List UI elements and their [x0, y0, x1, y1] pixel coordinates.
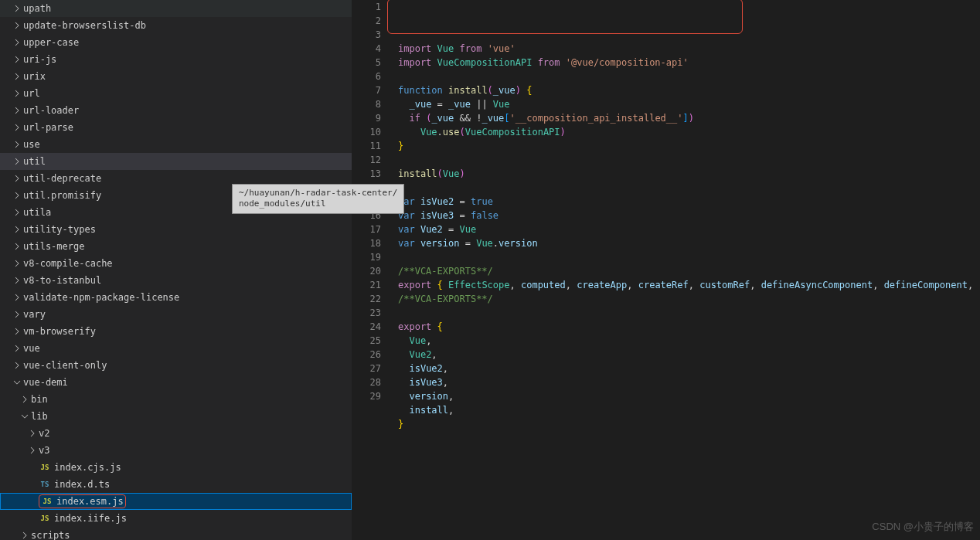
code-line[interactable]: Vue,	[398, 334, 980, 348]
code-line[interactable]: var version = Vue.version	[398, 236, 980, 250]
chevron-right-icon	[11, 53, 23, 66]
code-line[interactable]	[398, 250, 980, 264]
folder-lib[interactable]: lib	[0, 408, 352, 425]
code-line[interactable]: /**VCA-EXPORTS**/	[398, 264, 980, 278]
code-line[interactable]: import Vue from 'vue'	[398, 42, 980, 56]
folder-urix[interactable]: urix	[0, 68, 352, 85]
item-label: urix	[23, 71, 46, 82]
item-label: lib	[31, 411, 48, 422]
file-index-cjs-js[interactable]: JSindex.cjs.js	[0, 459, 352, 476]
item-label: utils-merge	[23, 241, 84, 252]
folder-v2[interactable]: v2	[0, 425, 352, 442]
folder-utility-types[interactable]: utility-types	[0, 221, 352, 238]
code-line[interactable]: if (_vue && !_vue['__composition_api_ins…	[398, 111, 980, 125]
folder-url[interactable]: url	[0, 85, 352, 102]
line-number: 28	[352, 375, 381, 389]
item-label: index.d.ts	[54, 479, 110, 490]
chevron-right-icon	[11, 19, 23, 32]
item-label: vue	[23, 343, 40, 354]
code-line[interactable]: install,	[398, 403, 980, 417]
code-line[interactable]: function install(_vue) {	[398, 83, 980, 97]
folder-utils-merge[interactable]: utils-merge	[0, 238, 352, 255]
js-file-icon: JS	[41, 495, 53, 508]
code-line[interactable]: Vue.use(VueCompositionAPI)	[398, 125, 980, 139]
line-number: 19	[352, 250, 381, 264]
folder-url-loader[interactable]: url-loader	[0, 102, 352, 119]
file-index-esm-js[interactable]: JSindex.esm.js	[0, 493, 352, 510]
path-tooltip: ~/huayunan/h-radar-task-center/ node_mod…	[232, 184, 404, 214]
folder-v8-compile-cache[interactable]: v8-compile-cache	[0, 255, 352, 272]
code-line[interactable]: _vue = _vue || Vue	[398, 97, 980, 111]
code-line[interactable]: var isVue2 = true	[398, 195, 980, 209]
item-label: utila	[23, 207, 51, 218]
folder-vue-client-only[interactable]: vue-client-only	[0, 357, 352, 374]
line-number: 2	[352, 14, 381, 28]
code-line[interactable]: var Vue2 = Vue	[398, 222, 980, 236]
line-number: 3	[352, 28, 381, 42]
file-index-iife-js[interactable]: JSindex.iife.js	[0, 510, 352, 527]
js-file-icon: JS	[39, 461, 51, 474]
line-number: 17	[352, 222, 381, 236]
item-label: update-browserslist-db	[23, 20, 146, 31]
folder-bin[interactable]: bin	[0, 391, 352, 408]
code-line[interactable]: }	[398, 139, 980, 153]
folder-util[interactable]: util	[0, 153, 352, 170]
highlight-annotation	[387, 0, 743, 34]
folder-vary[interactable]: vary	[0, 306, 352, 323]
folder-update-browserslist-db[interactable]: update-browserslist-db	[0, 17, 352, 34]
folder-validate-npm-package-license[interactable]: validate-npm-package-license	[0, 289, 352, 306]
code-line[interactable]: version,	[398, 389, 980, 403]
code-content[interactable]: import Vue from 'vue'import VueCompositi…	[390, 0, 980, 540]
item-label: v2	[39, 428, 49, 439]
folder-upath[interactable]: upath	[0, 0, 352, 17]
line-number: 1	[352, 0, 381, 14]
code-line[interactable]	[398, 431, 980, 445]
line-number: 18	[352, 236, 381, 250]
folder-v8-to-istanbul[interactable]: v8-to-istanbul	[0, 272, 352, 289]
folder-use[interactable]: use	[0, 136, 352, 153]
chevron-right-icon	[11, 138, 23, 151]
folder-url-parse[interactable]: url-parse	[0, 119, 352, 136]
line-number: 4	[352, 42, 381, 56]
chevron-right-icon	[11, 359, 23, 372]
code-line[interactable]: isVue2,	[398, 362, 980, 375]
item-label: util-deprecate	[23, 173, 101, 184]
line-number: 25	[352, 334, 381, 348]
code-line[interactable]	[398, 70, 980, 83]
folder-vm-browserify[interactable]: vm-browserify	[0, 323, 352, 340]
code-line[interactable]: install(Vue)	[398, 167, 980, 181]
line-number: 26	[352, 348, 381, 362]
code-line[interactable]: Vue2,	[398, 348, 980, 362]
file-index-d-ts[interactable]: TSindex.d.ts	[0, 476, 352, 493]
item-label: index.cjs.js	[54, 462, 121, 473]
chevron-down-icon	[11, 376, 23, 389]
folder-vue[interactable]: vue	[0, 340, 352, 357]
chevron-right-icon	[11, 70, 23, 83]
chevron-right-icon	[11, 104, 23, 117]
code-line[interactable]: export { EffectScope, computed, createAp…	[398, 278, 980, 292]
code-line[interactable]: var isVue3 = false	[398, 209, 980, 222]
code-line[interactable]	[398, 181, 980, 195]
code-line[interactable]: import VueCompositionAPI from '@vue/comp…	[398, 56, 980, 70]
folder-upper-case[interactable]: upper-case	[0, 34, 352, 51]
item-label: util.promisify	[23, 190, 101, 201]
item-label: v8-compile-cache	[23, 258, 113, 269]
folder-v3[interactable]: v3	[0, 442, 352, 459]
file-explorer-sidebar[interactable]: upathupdate-browserslist-dbupper-caseuri…	[0, 0, 352, 540]
code-line[interactable]	[398, 306, 980, 320]
code-line[interactable]	[398, 153, 980, 167]
chevron-right-icon	[11, 325, 23, 338]
item-label: url-parse	[23, 122, 73, 133]
folder-uri-js[interactable]: uri-js	[0, 51, 352, 68]
folder-scripts[interactable]: scripts	[0, 527, 352, 540]
code-line[interactable]: isVue3,	[398, 375, 980, 389]
code-editor[interactable]: 1234567891011121314151617181920212223242…	[352, 0, 980, 540]
item-label: index.iife.js	[54, 513, 127, 524]
code-line[interactable]: /**VCA-EXPORTS**/	[398, 292, 980, 306]
folder-vue-demi[interactable]: vue-demi	[0, 374, 352, 391]
line-number: 6	[352, 70, 381, 83]
js-file-icon: JS	[39, 512, 51, 525]
item-label: upath	[23, 3, 51, 14]
code-line[interactable]: }	[398, 417, 980, 431]
code-line[interactable]: export {	[398, 320, 980, 334]
